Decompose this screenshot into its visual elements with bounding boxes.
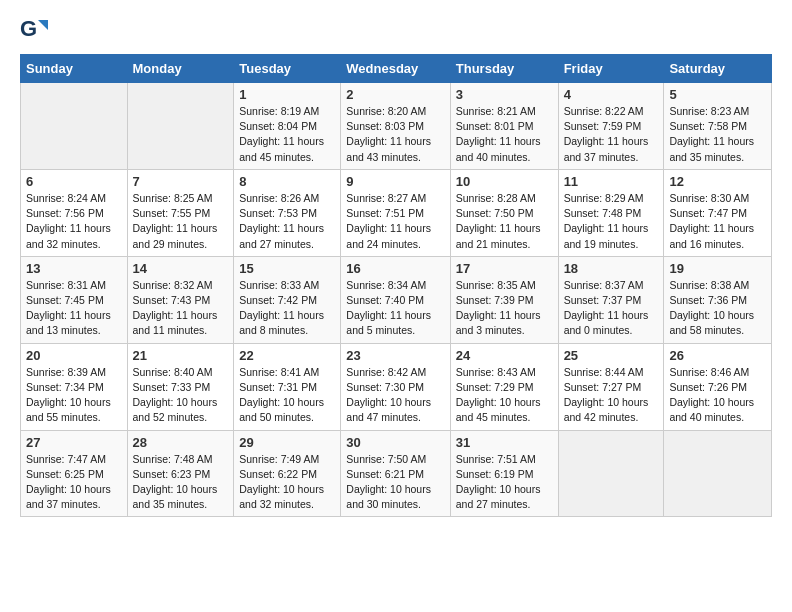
calendar-cell: 12Sunrise: 8:30 AM Sunset: 7:47 PM Dayli… bbox=[664, 169, 772, 256]
svg-text:G: G bbox=[20, 16, 37, 41]
day-number: 2 bbox=[346, 87, 444, 102]
calendar-cell: 3Sunrise: 8:21 AM Sunset: 8:01 PM Daylig… bbox=[450, 83, 558, 170]
day-detail: Sunrise: 7:51 AM Sunset: 6:19 PM Dayligh… bbox=[456, 452, 553, 513]
day-number: 10 bbox=[456, 174, 553, 189]
day-detail: Sunrise: 8:41 AM Sunset: 7:31 PM Dayligh… bbox=[239, 365, 335, 426]
day-detail: Sunrise: 8:20 AM Sunset: 8:03 PM Dayligh… bbox=[346, 104, 444, 165]
day-number: 1 bbox=[239, 87, 335, 102]
day-detail: Sunrise: 8:31 AM Sunset: 7:45 PM Dayligh… bbox=[26, 278, 122, 339]
day-number: 22 bbox=[239, 348, 335, 363]
day-detail: Sunrise: 8:25 AM Sunset: 7:55 PM Dayligh… bbox=[133, 191, 229, 252]
day-detail: Sunrise: 8:46 AM Sunset: 7:26 PM Dayligh… bbox=[669, 365, 766, 426]
day-number: 21 bbox=[133, 348, 229, 363]
calendar-cell: 2Sunrise: 8:20 AM Sunset: 8:03 PM Daylig… bbox=[341, 83, 450, 170]
day-number: 6 bbox=[26, 174, 122, 189]
calendar-cell: 9Sunrise: 8:27 AM Sunset: 7:51 PM Daylig… bbox=[341, 169, 450, 256]
day-number: 8 bbox=[239, 174, 335, 189]
day-detail: Sunrise: 8:39 AM Sunset: 7:34 PM Dayligh… bbox=[26, 365, 122, 426]
day-number: 11 bbox=[564, 174, 659, 189]
col-header-thursday: Thursday bbox=[450, 55, 558, 83]
calendar-cell: 11Sunrise: 8:29 AM Sunset: 7:48 PM Dayli… bbox=[558, 169, 664, 256]
day-detail: Sunrise: 8:33 AM Sunset: 7:42 PM Dayligh… bbox=[239, 278, 335, 339]
svg-marker-1 bbox=[38, 20, 48, 30]
week-row-4: 20Sunrise: 8:39 AM Sunset: 7:34 PM Dayli… bbox=[21, 343, 772, 430]
day-number: 12 bbox=[669, 174, 766, 189]
day-detail: Sunrise: 8:34 AM Sunset: 7:40 PM Dayligh… bbox=[346, 278, 444, 339]
calendar-cell: 23Sunrise: 8:42 AM Sunset: 7:30 PM Dayli… bbox=[341, 343, 450, 430]
calendar-cell: 27Sunrise: 7:47 AM Sunset: 6:25 PM Dayli… bbox=[21, 430, 128, 517]
calendar-cell: 10Sunrise: 8:28 AM Sunset: 7:50 PM Dayli… bbox=[450, 169, 558, 256]
day-number: 24 bbox=[456, 348, 553, 363]
day-detail: Sunrise: 8:21 AM Sunset: 8:01 PM Dayligh… bbox=[456, 104, 553, 165]
header-row: SundayMondayTuesdayWednesdayThursdayFrid… bbox=[21, 55, 772, 83]
day-detail: Sunrise: 8:19 AM Sunset: 8:04 PM Dayligh… bbox=[239, 104, 335, 165]
day-detail: Sunrise: 8:32 AM Sunset: 7:43 PM Dayligh… bbox=[133, 278, 229, 339]
calendar-cell: 19Sunrise: 8:38 AM Sunset: 7:36 PM Dayli… bbox=[664, 256, 772, 343]
day-detail: Sunrise: 8:35 AM Sunset: 7:39 PM Dayligh… bbox=[456, 278, 553, 339]
week-row-2: 6Sunrise: 8:24 AM Sunset: 7:56 PM Daylig… bbox=[21, 169, 772, 256]
day-number: 5 bbox=[669, 87, 766, 102]
calendar-cell: 24Sunrise: 8:43 AM Sunset: 7:29 PM Dayli… bbox=[450, 343, 558, 430]
day-number: 15 bbox=[239, 261, 335, 276]
calendar-cell: 5Sunrise: 8:23 AM Sunset: 7:58 PM Daylig… bbox=[664, 83, 772, 170]
calendar-cell: 21Sunrise: 8:40 AM Sunset: 7:33 PM Dayli… bbox=[127, 343, 234, 430]
day-detail: Sunrise: 8:26 AM Sunset: 7:53 PM Dayligh… bbox=[239, 191, 335, 252]
col-header-friday: Friday bbox=[558, 55, 664, 83]
calendar-cell: 22Sunrise: 8:41 AM Sunset: 7:31 PM Dayli… bbox=[234, 343, 341, 430]
day-detail: Sunrise: 8:24 AM Sunset: 7:56 PM Dayligh… bbox=[26, 191, 122, 252]
day-number: 25 bbox=[564, 348, 659, 363]
calendar-cell: 20Sunrise: 8:39 AM Sunset: 7:34 PM Dayli… bbox=[21, 343, 128, 430]
week-row-1: 1Sunrise: 8:19 AM Sunset: 8:04 PM Daylig… bbox=[21, 83, 772, 170]
day-detail: Sunrise: 8:22 AM Sunset: 7:59 PM Dayligh… bbox=[564, 104, 659, 165]
calendar-cell: 28Sunrise: 7:48 AM Sunset: 6:23 PM Dayli… bbox=[127, 430, 234, 517]
calendar-cell: 30Sunrise: 7:50 AM Sunset: 6:21 PM Dayli… bbox=[341, 430, 450, 517]
calendar-cell: 16Sunrise: 8:34 AM Sunset: 7:40 PM Dayli… bbox=[341, 256, 450, 343]
day-detail: Sunrise: 8:44 AM Sunset: 7:27 PM Dayligh… bbox=[564, 365, 659, 426]
logo-icon: G bbox=[20, 16, 48, 44]
day-number: 26 bbox=[669, 348, 766, 363]
day-number: 18 bbox=[564, 261, 659, 276]
day-detail: Sunrise: 8:28 AM Sunset: 7:50 PM Dayligh… bbox=[456, 191, 553, 252]
calendar-cell: 29Sunrise: 7:49 AM Sunset: 6:22 PM Dayli… bbox=[234, 430, 341, 517]
header: G bbox=[20, 16, 772, 44]
day-number: 14 bbox=[133, 261, 229, 276]
day-number: 16 bbox=[346, 261, 444, 276]
day-detail: Sunrise: 7:48 AM Sunset: 6:23 PM Dayligh… bbox=[133, 452, 229, 513]
day-detail: Sunrise: 8:38 AM Sunset: 7:36 PM Dayligh… bbox=[669, 278, 766, 339]
calendar-cell: 1Sunrise: 8:19 AM Sunset: 8:04 PM Daylig… bbox=[234, 83, 341, 170]
day-number: 13 bbox=[26, 261, 122, 276]
day-detail: Sunrise: 8:42 AM Sunset: 7:30 PM Dayligh… bbox=[346, 365, 444, 426]
col-header-tuesday: Tuesday bbox=[234, 55, 341, 83]
col-header-sunday: Sunday bbox=[21, 55, 128, 83]
calendar-cell: 17Sunrise: 8:35 AM Sunset: 7:39 PM Dayli… bbox=[450, 256, 558, 343]
page: G SundayMondayTuesdayWednesdayThursdayFr… bbox=[0, 0, 792, 537]
day-number: 28 bbox=[133, 435, 229, 450]
day-number: 9 bbox=[346, 174, 444, 189]
calendar-cell: 13Sunrise: 8:31 AM Sunset: 7:45 PM Dayli… bbox=[21, 256, 128, 343]
calendar-cell: 8Sunrise: 8:26 AM Sunset: 7:53 PM Daylig… bbox=[234, 169, 341, 256]
week-row-5: 27Sunrise: 7:47 AM Sunset: 6:25 PM Dayli… bbox=[21, 430, 772, 517]
day-number: 20 bbox=[26, 348, 122, 363]
col-header-saturday: Saturday bbox=[664, 55, 772, 83]
day-detail: Sunrise: 8:30 AM Sunset: 7:47 PM Dayligh… bbox=[669, 191, 766, 252]
day-number: 19 bbox=[669, 261, 766, 276]
day-number: 23 bbox=[346, 348, 444, 363]
day-detail: Sunrise: 8:37 AM Sunset: 7:37 PM Dayligh… bbox=[564, 278, 659, 339]
calendar-cell bbox=[127, 83, 234, 170]
calendar-cell bbox=[664, 430, 772, 517]
calendar-cell: 15Sunrise: 8:33 AM Sunset: 7:42 PM Dayli… bbox=[234, 256, 341, 343]
calendar-cell bbox=[21, 83, 128, 170]
day-number: 30 bbox=[346, 435, 444, 450]
day-detail: Sunrise: 7:49 AM Sunset: 6:22 PM Dayligh… bbox=[239, 452, 335, 513]
week-row-3: 13Sunrise: 8:31 AM Sunset: 7:45 PM Dayli… bbox=[21, 256, 772, 343]
calendar-table: SundayMondayTuesdayWednesdayThursdayFrid… bbox=[20, 54, 772, 517]
calendar-cell: 26Sunrise: 8:46 AM Sunset: 7:26 PM Dayli… bbox=[664, 343, 772, 430]
day-number: 3 bbox=[456, 87, 553, 102]
day-number: 31 bbox=[456, 435, 553, 450]
day-detail: Sunrise: 8:23 AM Sunset: 7:58 PM Dayligh… bbox=[669, 104, 766, 165]
day-detail: Sunrise: 7:47 AM Sunset: 6:25 PM Dayligh… bbox=[26, 452, 122, 513]
calendar-cell: 6Sunrise: 8:24 AM Sunset: 7:56 PM Daylig… bbox=[21, 169, 128, 256]
calendar-cell: 18Sunrise: 8:37 AM Sunset: 7:37 PM Dayli… bbox=[558, 256, 664, 343]
col-header-wednesday: Wednesday bbox=[341, 55, 450, 83]
day-number: 27 bbox=[26, 435, 122, 450]
